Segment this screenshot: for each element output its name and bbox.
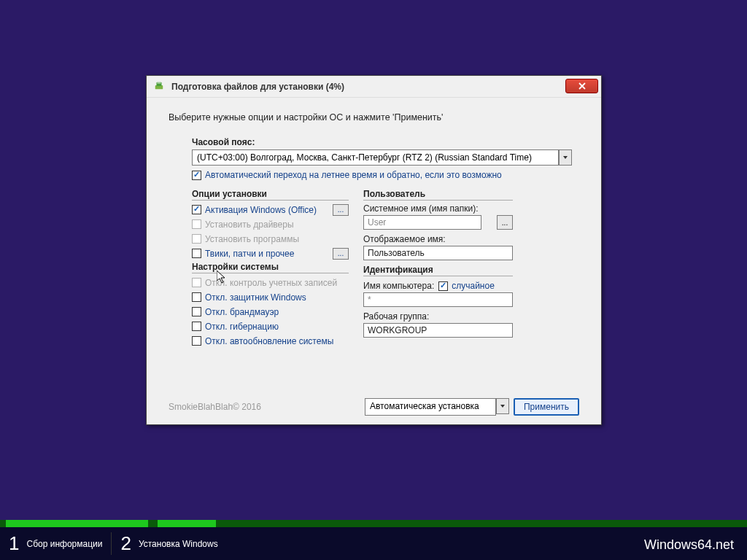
activate-more-button[interactable]: ... bbox=[333, 204, 349, 216]
sysname-more-button[interactable]: ... bbox=[497, 215, 513, 230]
progress-segment-1 bbox=[6, 520, 148, 527]
tweaks-more-button[interactable]: ... bbox=[333, 248, 349, 260]
install-options-title: Опции установки bbox=[192, 189, 349, 201]
workgroup-input[interactable] bbox=[363, 323, 513, 338]
step-1: 1 Сбор информации bbox=[9, 532, 102, 555]
install-mode-select[interactable]: Автоматическая установка bbox=[365, 398, 509, 416]
updates-option[interactable]: Откл. автообновление системы bbox=[192, 335, 349, 347]
instruction-text: Выберите нужные опции и настройки ОС и н… bbox=[169, 112, 579, 122]
timezone-select[interactable]: (UTC+03:00) Волгоград, Москва, Санкт-Пет… bbox=[192, 149, 572, 166]
chevron-down-icon bbox=[500, 403, 506, 409]
titlebar: Подготовка файлов для установки (4%) bbox=[147, 76, 601, 98]
close-icon bbox=[578, 82, 586, 90]
pcname-label: Имя компьютера: bbox=[363, 281, 434, 291]
dst-checkbox[interactable] bbox=[192, 171, 201, 180]
system-settings-title: Настройки системы bbox=[192, 262, 349, 273]
uac-option: Откл. контроль учетных записей bbox=[192, 276, 349, 289]
dst-label: Автоматический переход на летнее время и… bbox=[205, 170, 502, 180]
svg-rect-1 bbox=[157, 82, 162, 85]
firewall-checkbox[interactable] bbox=[192, 307, 201, 316]
close-button[interactable] bbox=[565, 79, 598, 93]
updates-checkbox[interactable] bbox=[192, 336, 201, 346]
workgroup-label: Рабочая группа: bbox=[363, 311, 513, 322]
installer-dialog: Подготовка файлов для установки (4%) Выб… bbox=[146, 75, 602, 425]
activate-option[interactable]: Активация Windows (Office) ... bbox=[192, 203, 349, 216]
displayname-input[interactable] bbox=[363, 246, 513, 260]
dialog-body: Выберите нужные опции и настройки ОС и н… bbox=[147, 98, 601, 357]
dialog-footer: SmokieBlahBlah© 2016 Автоматическая уста… bbox=[169, 398, 579, 416]
step-2-number: 2 bbox=[120, 532, 131, 555]
system-settings-group: Настройки системы Откл. контроль учетных… bbox=[192, 262, 349, 347]
step-1-label: Сбор информации bbox=[26, 539, 102, 549]
progress-segment-2 bbox=[158, 520, 216, 527]
chevron-down-icon bbox=[562, 155, 568, 160]
drivers-icon bbox=[154, 80, 167, 93]
displayname-label: Отображаемое имя: bbox=[363, 234, 513, 244]
random-name-option[interactable]: случайное bbox=[438, 281, 495, 291]
install-options-group: Опции установки Активация Windows (Offic… bbox=[192, 189, 349, 260]
uac-checkbox bbox=[192, 278, 201, 287]
timezone-value: (UTC+03:00) Волгоград, Москва, Санкт-Пет… bbox=[192, 149, 559, 166]
apply-button[interactable]: Применить bbox=[514, 398, 579, 416]
hibernate-option[interactable]: Откл. гибернацию bbox=[192, 320, 349, 332]
defender-option[interactable]: Откл. защитник Windows bbox=[192, 291, 349, 303]
ident-group-title: Идентификация bbox=[363, 265, 513, 276]
dst-checkbox-row[interactable]: Автоматический переход на летнее время и… bbox=[192, 170, 572, 180]
svg-rect-2 bbox=[157, 82, 160, 83]
user-group-title: Пользователь bbox=[363, 189, 513, 201]
defender-checkbox[interactable] bbox=[192, 292, 201, 302]
pcname-input[interactable] bbox=[363, 292, 513, 307]
firewall-option[interactable]: Откл. брандмауэр bbox=[192, 306, 349, 318]
timezone-label: Часовой пояс: bbox=[192, 137, 572, 147]
timezone-dropdown-button[interactable] bbox=[559, 149, 572, 166]
step-2-label: Установка Windows bbox=[139, 539, 218, 549]
activate-checkbox[interactable] bbox=[192, 205, 201, 214]
random-checkbox[interactable] bbox=[438, 281, 448, 291]
hibernate-checkbox[interactable] bbox=[192, 322, 201, 331]
programs-option: Установить программы bbox=[192, 233, 349, 245]
install-mode-value: Автоматическая установка bbox=[365, 398, 496, 416]
user-group: Пользователь Системное имя (имя папки): … bbox=[363, 189, 513, 260]
step-2: 2 Установка Windows bbox=[111, 532, 217, 555]
dialog-title: Подготовка файлов для установки (4%) bbox=[171, 82, 344, 92]
tweaks-checkbox[interactable] bbox=[192, 249, 201, 258]
steps-bar: 1 Сбор информации 2 Установка Windows Wi… bbox=[0, 527, 747, 560]
drivers-checkbox bbox=[192, 219, 201, 229]
copyright-text: SmokieBlahBlah© 2016 bbox=[169, 402, 261, 412]
watermark-text: Windows64.net bbox=[644, 537, 734, 553]
sysname-label: Системное имя (имя папки): bbox=[363, 203, 513, 214]
programs-checkbox bbox=[192, 234, 201, 244]
ident-group: Идентификация Имя компьютера: случайное … bbox=[363, 265, 513, 338]
step-1-number: 1 bbox=[9, 532, 19, 555]
drivers-option: Установить драйверы bbox=[192, 218, 349, 230]
install-mode-dropdown-button[interactable] bbox=[496, 398, 509, 414]
tweaks-option[interactable]: Твики, патчи и прочее ... bbox=[192, 247, 349, 260]
sysname-input[interactable] bbox=[363, 215, 481, 230]
